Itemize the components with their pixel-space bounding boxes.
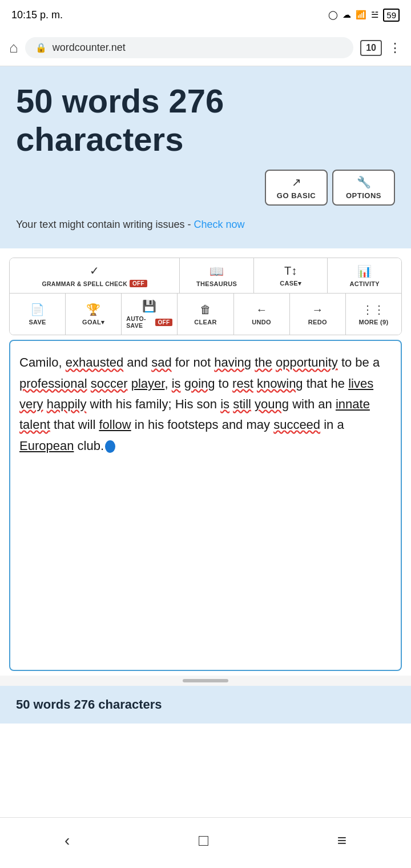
redo-button[interactable]: → REDO bbox=[290, 294, 346, 335]
activity-icon: 📊 bbox=[357, 264, 372, 278]
checkmark-icon: ✓ bbox=[90, 264, 99, 278]
auto-save-off-badge: OFF bbox=[155, 319, 173, 326]
word-lives: lives bbox=[348, 376, 373, 391]
bottom-nav: ‹ □ ≡ bbox=[0, 817, 411, 868]
word-professional: professional bbox=[19, 376, 87, 391]
word-exhausted: exhausted bbox=[66, 355, 124, 369]
auto-save-icon: 💾 bbox=[142, 299, 156, 313]
editor-content[interactable]: Camilo, exhausted and sad for not having… bbox=[19, 352, 392, 456]
word-opportunity: opportunity bbox=[276, 355, 338, 369]
status-icons: ◯ ☁ 📶 ☱ 59 bbox=[328, 9, 400, 22]
scroll-indicator bbox=[0, 676, 411, 686]
url-bar[interactable]: 🔒 wordcounter.net bbox=[25, 37, 353, 58]
word-soccer: soccer bbox=[91, 376, 128, 391]
redo-icon: → bbox=[312, 303, 323, 316]
word-happily: happily bbox=[47, 397, 87, 411]
save-button[interactable]: 📄 SAVE bbox=[10, 294, 66, 335]
toolbar-row-1: ✓ GRAMMAR & SPELL CHECK OFF 📖 THESAURUS … bbox=[10, 258, 401, 294]
clear-icon: 🗑 bbox=[200, 303, 211, 316]
redo-label: REDO bbox=[308, 319, 327, 326]
more-label: MORE (9) bbox=[358, 319, 388, 326]
save-icon: 📄 bbox=[30, 303, 45, 316]
thesaurus-button[interactable]: 📖 THESAURUS bbox=[180, 258, 254, 293]
options-icon: 🔧 bbox=[357, 175, 371, 189]
tab-count[interactable]: 10 bbox=[360, 40, 382, 56]
goal-button[interactable]: 🏆 GOAL▾ bbox=[66, 294, 122, 335]
bottom-stats: 50 words 276 characters bbox=[0, 686, 411, 724]
battery-icon: 59 bbox=[383, 9, 400, 22]
word-is2: is bbox=[220, 397, 229, 411]
menu-button[interactable]: ≡ bbox=[320, 827, 364, 854]
grammar-check-button[interactable]: ✓ GRAMMAR & SPELL CHECK OFF bbox=[10, 258, 180, 293]
bottom-stats-text: 50 words 276 characters bbox=[16, 697, 395, 712]
home-icon[interactable]: ⌂ bbox=[9, 39, 18, 57]
thesaurus-icon: 📖 bbox=[209, 264, 224, 278]
activity-label: ACTIVITY bbox=[349, 280, 380, 287]
text-editor[interactable]: Camilo, exhausted and sad for not having… bbox=[9, 340, 402, 671]
word-having: having bbox=[214, 355, 251, 369]
go-basic-label: GO BASIC bbox=[277, 191, 316, 200]
grammar-off-badge: OFF bbox=[130, 280, 147, 287]
grammar-label: GRAMMAR & SPELL CHECK OFF bbox=[42, 280, 147, 287]
options-label: OPTIONS bbox=[346, 191, 381, 200]
status-time: 10:15 p. m. bbox=[11, 9, 63, 21]
word-young: young bbox=[255, 397, 289, 411]
scroll-bar bbox=[183, 679, 228, 682]
word-the: the bbox=[255, 355, 272, 369]
browser-menu-icon[interactable]: ⋮ bbox=[389, 41, 402, 55]
clear-button[interactable]: 🗑 CLEAR bbox=[178, 294, 233, 335]
goal-label: GOAL▾ bbox=[82, 319, 104, 326]
lock-icon: 🔒 bbox=[35, 42, 47, 53]
case-button[interactable]: T↕ CASE▾ bbox=[254, 258, 328, 293]
undo-icon: ← bbox=[256, 303, 267, 316]
word-going: going bbox=[184, 376, 215, 391]
toolbar-row-2: 📄 SAVE 🏆 GOAL▾ 💾 AUTO-SAVE OFF 🗑 CLEAR ←… bbox=[10, 294, 401, 335]
word-succeed: succeed bbox=[273, 417, 320, 432]
save-label: SAVE bbox=[29, 319, 46, 326]
browser-bar: ⌂ 🔒 wordcounter.net 10 ⋮ bbox=[0, 30, 411, 66]
text-cursor bbox=[105, 440, 115, 453]
check-now-link[interactable]: Check now bbox=[194, 219, 244, 230]
word-innate: innate bbox=[336, 397, 370, 411]
go-basic-button[interactable]: ↗ GO BASIC bbox=[265, 170, 328, 206]
back-button[interactable]: ‹ bbox=[47, 827, 87, 854]
writing-issues: Your text might contain writing issues -… bbox=[16, 217, 395, 232]
options-button[interactable]: 🔧 OPTIONS bbox=[332, 170, 395, 206]
wifi-icon: 📶 bbox=[356, 10, 366, 20]
more-button[interactable]: ⋮⋮ MORE (9) bbox=[346, 294, 401, 335]
cloud-icon: ☁ bbox=[342, 10, 351, 20]
more-icon: ⋮⋮ bbox=[362, 303, 385, 316]
case-label: CASE▾ bbox=[280, 280, 301, 287]
signal-icon: ☱ bbox=[371, 10, 378, 20]
header-buttons: ↗ GO BASIC 🔧 OPTIONS bbox=[16, 170, 395, 206]
word-talent: talent bbox=[19, 417, 50, 432]
word-is: is bbox=[172, 376, 181, 391]
home-button[interactable]: □ bbox=[182, 827, 225, 854]
clear-label: CLEAR bbox=[194, 319, 216, 326]
undo-button[interactable]: ← UNDO bbox=[234, 294, 290, 335]
word-count-title: 50 words 276 characters bbox=[16, 82, 395, 158]
go-basic-icon: ↗ bbox=[292, 175, 301, 189]
auto-save-button[interactable]: 💾 AUTO-SAVE OFF bbox=[122, 294, 178, 335]
goal-icon: 🏆 bbox=[86, 303, 100, 316]
thesaurus-label: THESAURUS bbox=[196, 280, 237, 287]
auto-save-label: AUTO-SAVE OFF bbox=[126, 315, 172, 329]
toolbar: ✓ GRAMMAR & SPELL CHECK OFF 📖 THESAURUS … bbox=[9, 258, 402, 335]
word-still: still bbox=[233, 397, 251, 411]
word-rest: rest bbox=[232, 376, 253, 391]
word-follow: follow bbox=[99, 417, 131, 432]
stats-header: 50 words 276 characters ↗ GO BASIC 🔧 OPT… bbox=[0, 66, 411, 248]
word-european: European bbox=[19, 439, 74, 453]
undo-label: UNDO bbox=[252, 319, 271, 326]
word-player: player bbox=[131, 376, 165, 391]
activity-button[interactable]: 📊 ACTIVITY bbox=[328, 258, 401, 293]
instagram-icon: ◯ bbox=[328, 10, 338, 20]
word-sad: sad bbox=[151, 355, 171, 369]
url-text: wordcounter.net bbox=[53, 42, 126, 54]
case-icon: T↕ bbox=[284, 264, 297, 278]
status-bar: 10:15 p. m. ◯ ☁ 📶 ☱ 59 bbox=[0, 0, 411, 30]
word-very: very bbox=[19, 397, 43, 411]
word-knowing: knowing bbox=[257, 376, 303, 391]
